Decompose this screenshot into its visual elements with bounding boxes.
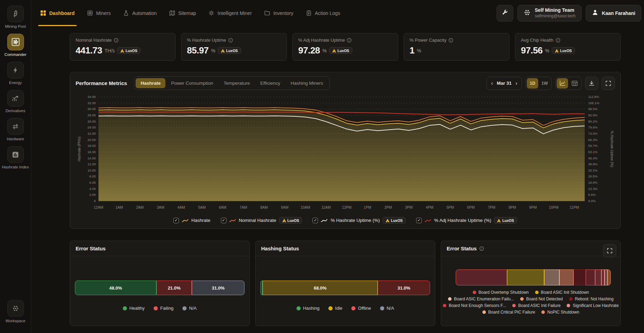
- bar-segment: 31.0%: [192, 281, 244, 295]
- view-chip-table-icon[interactable]: [569, 78, 580, 89]
- series-line-icon: [229, 218, 236, 223]
- stat-label-text: Avg Chip Health: [521, 38, 553, 43]
- luxor-triangle-icon: [282, 219, 286, 222]
- sidebar-item-hashrate-index[interactable]: Hashrate Index: [0, 146, 31, 169]
- intelligent-miner-icon: [208, 10, 214, 16]
- svg-text:2.00: 2.00: [89, 193, 96, 197]
- sidebar-item-hardware[interactable]: Hardware: [0, 118, 31, 141]
- tab-temperature[interactable]: Temperature: [219, 78, 255, 88]
- user-name: Kaan Farahani: [602, 10, 635, 16]
- download-button[interactable]: [585, 77, 598, 90]
- bottom-card-1-hashing-status: Hashing Status68.0%31.0%HashingIdleOffli…: [255, 241, 435, 326]
- bar-segment-label: 31.0%: [397, 285, 410, 291]
- info-icon[interactable]: [556, 38, 560, 43]
- tab-power-consumption[interactable]: Power Consumption: [166, 78, 218, 88]
- stat-unit: %: [211, 48, 215, 53]
- bar-segment: [574, 269, 586, 285]
- tab-hashing-miners[interactable]: Hashing Miners: [286, 78, 328, 88]
- info-icon[interactable]: [448, 38, 453, 43]
- svg-text:8.00: 8.00: [89, 174, 96, 178]
- luxor-triangle-icon: [120, 49, 124, 52]
- sidebar-item-commander[interactable]: Commander: [0, 34, 31, 57]
- sidebar-item-energy[interactable]: Energy: [0, 62, 31, 85]
- svg-text:4.00: 4.00: [89, 187, 96, 191]
- user-menu-button[interactable]: Kaan Farahani: [586, 5, 641, 22]
- legend-label: Board Critical PIC Failure: [488, 310, 535, 315]
- action-logs-icon: [306, 10, 312, 16]
- svg-text:% Hashrate Uptime (%): % Hashrate Uptime (%): [610, 131, 614, 167]
- nav-item-intelligent-miner[interactable]: Intelligent Miner: [208, 0, 252, 26]
- info-icon[interactable]: [347, 38, 352, 43]
- nav-item-miners[interactable]: Miners: [87, 0, 111, 26]
- topbar-right: Self Mining Team selfmining@luxor.tech K…: [497, 5, 641, 22]
- sidebar-item-workspace[interactable]: Workspace: [0, 300, 31, 323]
- nav-item-automation[interactable]: Automation: [123, 0, 157, 26]
- tab-hashrate[interactable]: Hashrate: [136, 78, 165, 88]
- bar-segment: 68.0%: [263, 281, 378, 295]
- svg-text:6AM: 6AM: [219, 205, 226, 209]
- series-checkbox[interactable]: ✓: [221, 218, 226, 223]
- info-icon[interactable]: [228, 38, 233, 43]
- stat-value-row: 97.56%LuxOS: [521, 45, 615, 56]
- series-label: Hashrate: [191, 218, 211, 223]
- view-chip-chart-line-icon[interactable]: [557, 78, 568, 89]
- series-checkbox[interactable]: ✓: [312, 218, 318, 223]
- card-legend-item: Board ASIC Init Failure: [512, 303, 560, 308]
- svg-text:19.9%: 19.9%: [588, 181, 598, 184]
- svg-text:2AM: 2AM: [136, 205, 144, 209]
- info-icon[interactable]: [479, 246, 484, 251]
- chevron-left-icon[interactable]: ‹: [490, 80, 494, 86]
- tools-button[interactable]: [497, 5, 513, 22]
- luxos-badge: LuxOS: [494, 217, 517, 224]
- legend-label: Board ASIC Init Shutdown: [541, 290, 589, 295]
- bottom-card-title: Error Status: [447, 245, 477, 251]
- team-switcher-button[interactable]: Self Mining Team selfmining@luxor.tech: [517, 5, 582, 22]
- nav-item-label: Action Logs: [315, 10, 340, 16]
- nav-item-action-logs[interactable]: Action Logs: [306, 0, 340, 26]
- svg-text:86.2%: 86.2%: [588, 119, 598, 123]
- bitcoin-icon: [7, 6, 24, 22]
- card-legend-item: Board Not Detected: [520, 297, 563, 301]
- legend-dot: [443, 304, 446, 307]
- card-legend-item: Board Overtemp Shutdown: [473, 290, 529, 295]
- bottom-card-2-error-status: Error StatusBoard Overtemp ShutdownBoard…: [441, 241, 621, 326]
- inventory-icon: [264, 10, 270, 16]
- fullscreen-button[interactable]: [602, 77, 615, 90]
- sidebar-item-mining-pool[interactable]: Mining Pool: [0, 6, 31, 28]
- range-chip-1w[interactable]: 1W: [539, 78, 550, 89]
- info-icon[interactable]: [114, 38, 119, 43]
- legend-label: NoPIC Shutdown: [547, 310, 579, 315]
- svg-text:Hashrate (PH/s): Hashrate (PH/s): [77, 136, 81, 161]
- luxor-triangle-icon: [386, 219, 389, 222]
- bar-segment: 48.0%: [75, 281, 156, 295]
- svg-text:18.00: 18.00: [87, 144, 96, 148]
- sidebar-item-derivatives[interactable]: Derivatives: [0, 90, 31, 113]
- luxos-badge: LuxOS: [279, 217, 302, 224]
- nav-item-sitemap[interactable]: Sitemap: [169, 0, 196, 26]
- svg-text:112.8%: 112.8%: [588, 95, 599, 99]
- luxos-badge: LuxOS: [552, 47, 575, 54]
- tab-efficiency[interactable]: Efficiency: [256, 78, 285, 88]
- card-legend-item: Significant Low Hashrate: [567, 303, 619, 308]
- card-fullscreen-button[interactable]: [603, 244, 616, 257]
- card-legend-item: Reboot: Not Hashing: [569, 297, 613, 301]
- nav-item-inventory[interactable]: Inventory: [264, 0, 293, 26]
- derivatives-chart-icon: [7, 90, 24, 107]
- date-label[interactable]: Mar 31: [497, 81, 512, 86]
- nav-item-label: Miners: [96, 10, 111, 16]
- svg-text:12AM: 12AM: [94, 205, 103, 209]
- sidebar-item-label: Mining Pool: [5, 24, 26, 28]
- team-info: Self Mining Team selfmining@luxor.tech: [535, 7, 576, 19]
- series-checkbox[interactable]: ✓: [416, 218, 422, 223]
- svg-text:73.0%: 73.0%: [588, 132, 598, 135]
- chart-legend: ✓Hashrate✓Nominal HashrateLuxOS✓% Hashra…: [76, 217, 615, 224]
- svg-text:6PM: 6PM: [467, 205, 475, 209]
- luxos-badge: LuxOS: [383, 217, 406, 224]
- series-checkbox[interactable]: ✓: [173, 218, 179, 223]
- range-chip-1d[interactable]: 1D: [527, 78, 538, 89]
- luxos-label: LuxOS: [126, 49, 137, 53]
- nav-item-dashboard[interactable]: Dashboard: [40, 0, 75, 26]
- legend-dot: [297, 306, 301, 310]
- chevron-right-icon[interactable]: ›: [515, 80, 518, 86]
- stat-unit: %: [545, 48, 549, 53]
